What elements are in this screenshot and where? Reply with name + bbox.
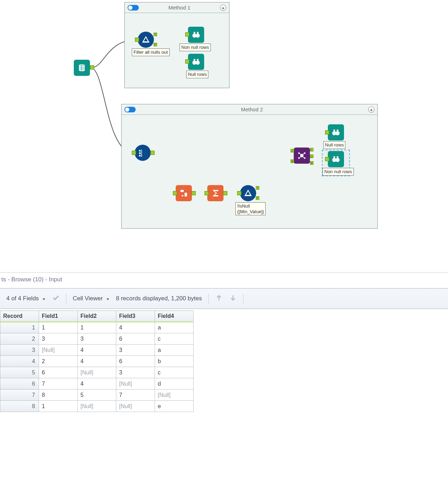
input-anchor[interactable] [204, 191, 209, 195]
row-number[interactable]: 2 [0, 333, 39, 345]
true-anchor[interactable]: T [154, 33, 157, 36]
col-field1[interactable]: Field1 [39, 311, 78, 322]
cell[interactable]: a [155, 345, 194, 356]
workflow-canvas[interactable]: Method 1 ▲ T F Filter all nulls out Non … [0, 0, 448, 267]
input-data-tool[interactable] [74, 60, 90, 76]
cell[interactable]: 3 [116, 345, 155, 356]
cell[interactable]: 1 [39, 322, 78, 333]
cell[interactable]: 7 [39, 378, 78, 390]
cell[interactable]: a [155, 322, 194, 333]
row-number[interactable]: 1 [0, 322, 39, 333]
col-field3[interactable]: Field3 [116, 311, 155, 322]
cell[interactable]: 3 [78, 333, 116, 345]
cell[interactable]: [Null] [116, 378, 155, 390]
input-anchor[interactable] [135, 38, 139, 42]
output-anchor[interactable] [191, 191, 196, 195]
cell[interactable]: 5 [78, 390, 116, 401]
false-anchor[interactable]: F [256, 196, 259, 200]
browse-tool[interactable] [188, 27, 204, 43]
col-record[interactable]: Record [0, 311, 39, 322]
arrow-down-icon[interactable] [229, 294, 237, 303]
left-out-anchor[interactable]: L [310, 148, 313, 151]
table-row[interactable]: 4246b [0, 356, 194, 367]
container-toggle[interactable] [128, 5, 139, 11]
check-icon[interactable] [52, 294, 60, 303]
table-row[interactable]: 2336c [0, 333, 194, 345]
table-row[interactable]: 674[Null]d [0, 378, 194, 390]
input-anchor[interactable] [325, 130, 329, 135]
filter-tool[interactable] [240, 185, 256, 201]
cell[interactable]: 4 [116, 322, 155, 333]
cell[interactable]: [Null] [116, 401, 155, 412]
arrow-up-icon[interactable] [215, 294, 223, 303]
chevron-down-icon: ▼ [42, 297, 46, 301]
cell[interactable]: c [155, 367, 194, 378]
results-grid[interactable]: Record Field1 Field2 Field3 Field4 1114a… [0, 310, 194, 412]
summarize-tool[interactable] [207, 185, 223, 201]
cell[interactable]: 7 [116, 390, 155, 401]
cell[interactable]: 1 [39, 401, 78, 412]
cell[interactable]: [Null] [39, 345, 78, 356]
row-number[interactable]: 8 [0, 401, 39, 412]
cell[interactable]: 1 [78, 322, 116, 333]
cell[interactable]: e [155, 401, 194, 412]
table-row[interactable]: 56[Null]3c [0, 367, 194, 378]
col-field4[interactable]: Field4 [155, 311, 194, 322]
input-anchor[interactable] [132, 151, 136, 155]
false-anchor[interactable]: F [154, 43, 157, 46]
input-anchor[interactable] [325, 157, 329, 161]
cell[interactable]: 3 [39, 333, 78, 345]
cell[interactable]: 2 [39, 356, 78, 367]
output-anchor[interactable] [150, 151, 155, 155]
table-row[interactable]: 81[Null][Null]e [0, 401, 194, 412]
cell[interactable]: d [155, 378, 194, 390]
separator [66, 294, 66, 303]
cell[interactable]: [Null] [78, 367, 116, 378]
row-number[interactable]: 7 [0, 390, 39, 401]
table-row[interactable]: 7857[Null] [0, 390, 194, 401]
output-anchor[interactable] [90, 65, 94, 70]
cell[interactable]: 4 [78, 345, 116, 356]
cell[interactable]: 8 [39, 390, 78, 401]
row-number[interactable]: 6 [0, 378, 39, 390]
cell[interactable]: 6 [116, 356, 155, 367]
row-number[interactable]: 5 [0, 367, 39, 378]
row-number[interactable]: 4 [0, 356, 39, 367]
filter-tool[interactable] [138, 32, 154, 48]
cell-viewer-dropdown[interactable]: Cell Viewer ▼ [73, 295, 110, 302]
svg-rect-3 [197, 32, 199, 34]
row-number[interactable]: 3 [0, 345, 39, 356]
collapse-button[interactable]: ▲ [368, 106, 375, 113]
container-toggle[interactable] [124, 107, 136, 112]
collapse-button[interactable]: ▲ [220, 5, 226, 11]
table-row[interactable]: 3[Null]43a [0, 345, 194, 356]
cell[interactable]: [Null] [155, 390, 194, 401]
input-anchor[interactable] [185, 59, 189, 64]
cell[interactable]: 4 [78, 356, 116, 367]
cell[interactable]: c [155, 333, 194, 345]
browse-tool[interactable] [188, 54, 204, 70]
input-anchor[interactable] [185, 32, 189, 37]
cell[interactable]: 6 [116, 333, 155, 345]
fields-dropdown[interactable]: 4 of 4 Fields ▼ [6, 295, 46, 302]
right-in-anchor[interactable]: R [291, 159, 294, 163]
cell[interactable]: 6 [39, 367, 78, 378]
cell[interactable]: [Null] [78, 401, 116, 412]
col-field2[interactable]: Field2 [78, 311, 116, 322]
output-anchor[interactable] [223, 191, 227, 195]
input-anchor[interactable] [173, 191, 177, 195]
browse-tool[interactable] [328, 124, 344, 140]
right-out-anchor[interactable]: R [310, 161, 313, 165]
cell[interactable]: 3 [116, 367, 155, 378]
join-out-anchor[interactable]: J [310, 155, 313, 158]
browse-tool[interactable] [328, 151, 344, 167]
transpose-tool[interactable] [176, 185, 192, 201]
table-row[interactable]: 1114a [0, 322, 194, 333]
cell[interactable]: 4 [78, 378, 116, 390]
cell[interactable]: b [155, 356, 194, 367]
left-in-anchor[interactable]: L [291, 149, 294, 152]
join-tool[interactable] [294, 148, 310, 164]
input-anchor[interactable] [237, 191, 241, 195]
record-id-tool[interactable]: 123 [135, 145, 151, 161]
true-anchor[interactable]: T [256, 186, 259, 190]
